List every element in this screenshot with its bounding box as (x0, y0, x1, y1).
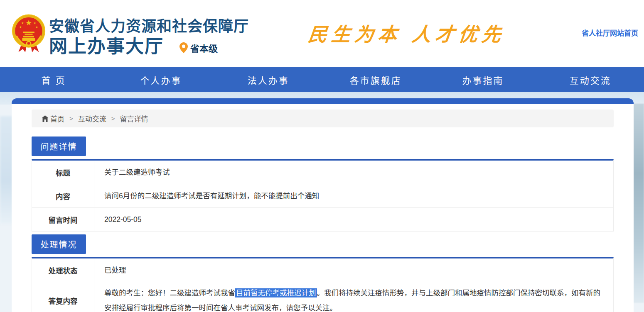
table-row-message-time: 留言时间 2022-05-05 (32, 208, 613, 232)
svg-text:★: ★ (33, 21, 36, 25)
reply-text-highlighted-selection: 目前暂无停考或推迟计划 (235, 288, 317, 297)
breadcrumb: 首页 > 互动交流 > 留言详情 (32, 110, 614, 127)
message-time-value: 2022-05-05 (94, 208, 613, 231)
site-header: ★ ★ ★ ★ ★ 安徽省人力资源和社会保障厅 网上办事大厅 省本级 民生为本 … (0, 0, 644, 67)
hall-name: 网上办事大厅 (49, 32, 164, 58)
nav-item-personal[interactable]: 个人办事 (107, 67, 214, 92)
breadcrumb-separator: > (111, 115, 115, 122)
title-label: 标题 (32, 161, 94, 184)
table-row-content: 内容 请问6月份的二级建造师考试是否有延期计划，能不能提前出个通知 (32, 184, 613, 208)
content-label: 内容 (32, 184, 94, 207)
breadcrumb-home[interactable]: 首页 (50, 113, 64, 124)
slogan-calligraphy: 民生为本 人才优先 (307, 19, 507, 46)
background-watermark-left (0, 116, 12, 224)
main-nav: 首 页 个人办事 法人办事 各市旗舰店 办事指南 互动交流 (0, 67, 644, 92)
svg-text:★: ★ (25, 19, 32, 27)
card-top-bar (12, 98, 634, 104)
status-value: 已处理 (94, 258, 613, 282)
location-pin-icon (179, 42, 188, 53)
region-selector[interactable]: 省本级 (179, 41, 218, 54)
svg-text:★: ★ (21, 21, 24, 25)
background-watermark-right (632, 104, 644, 303)
region-label: 省本级 (190, 41, 218, 54)
status-label: 处理状态 (32, 258, 94, 282)
reply-content-value: 尊敬的考生：您好！二级建造师考试我省目前暂无停考或推迟计划。我们将持续关注疫情形… (94, 282, 613, 312)
table-row-reply-content: 答复内容 尊敬的考生：您好！二级建造师考试我省目前暂无停考或推迟计划。我们将持续… (32, 282, 613, 312)
message-time-label: 留言时间 (32, 208, 94, 231)
breadcrumb-interaction[interactable]: 互动交流 (78, 113, 106, 124)
nav-item-interaction[interactable]: 互动交流 (537, 67, 644, 92)
content-value: 请问6月份的二级建造师考试是否有延期计划，能不能提前出个通知 (94, 184, 613, 207)
reply-content-label: 答复内容 (32, 282, 94, 312)
nav-item-city-stores[interactable]: 各市旗舰店 (322, 67, 429, 92)
nav-item-home[interactable]: 首 页 (0, 67, 107, 92)
reply-text-before: 尊敬的考生：您好！二级建造师考试我省 (104, 289, 235, 297)
processing-table: 处理状态 已处理 答复内容 尊敬的考生：您好！二级建造师考试我省目前暂无停考或推… (32, 257, 614, 312)
home-icon (42, 115, 49, 122)
section-tab-question-detail: 问题详情 (32, 136, 86, 156)
svg-text:★: ★ (35, 25, 38, 29)
question-detail-table: 标题 关于二级建造师考试 内容 请问6月份的二级建造师考试是否有延期计划，能不能… (32, 159, 614, 232)
national-emblem-logo: ★ ★ ★ ★ ★ (12, 14, 46, 54)
breadcrumb-message-detail: 留言详情 (120, 113, 148, 124)
nav-item-guide[interactable]: 办事指南 (429, 67, 536, 92)
table-row-status: 处理状态 已处理 (32, 258, 613, 282)
section-tab-processing: 处理情况 (32, 234, 86, 254)
nav-item-legal-person[interactable]: 法人办事 (215, 67, 322, 92)
breadcrumb-separator: > (69, 115, 73, 122)
svg-text:★: ★ (19, 25, 22, 29)
title-value: 关于二级建造师考试 (94, 161, 613, 184)
table-row-title: 标题 关于二级建造师考试 (32, 161, 613, 184)
content-card: 首页 > 互动交流 > 留言详情 问题详情 标题 关于二级建造师考试 内容 请问… (12, 98, 634, 312)
dept-site-home-link[interactable]: 省人社厅网站首页 (582, 27, 638, 38)
